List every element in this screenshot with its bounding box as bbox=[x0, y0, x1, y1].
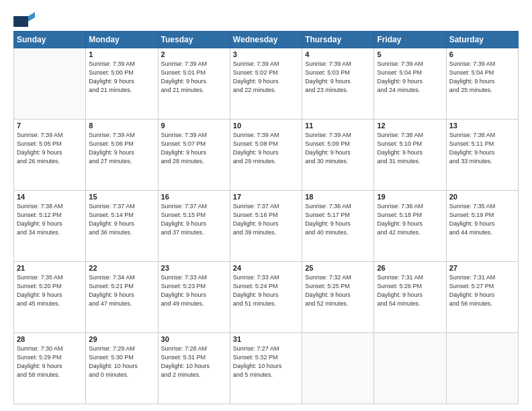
day-info: Sunrise: 7:31 AM Sunset: 5:27 PM Dayligh… bbox=[449, 273, 515, 308]
calendar-cell: 19Sunrise: 7:36 AM Sunset: 5:18 PM Dayli… bbox=[374, 191, 446, 262]
day-info: Sunrise: 7:37 AM Sunset: 5:16 PM Dayligh… bbox=[233, 202, 299, 237]
calendar-cell: 9Sunrise: 7:39 AM Sunset: 5:07 PM Daylig… bbox=[158, 120, 230, 191]
day-info: Sunrise: 7:27 AM Sunset: 5:32 PM Dayligh… bbox=[233, 345, 299, 379]
calendar-table: SundayMondayTuesdayWednesdayThursdayFrid… bbox=[13, 31, 519, 404]
calendar-header-thursday: Thursday bbox=[302, 32, 374, 48]
calendar-cell: 23Sunrise: 7:33 AM Sunset: 5:23 PM Dayli… bbox=[158, 262, 230, 333]
calendar-cell: 4Sunrise: 7:39 AM Sunset: 5:03 PM Daylig… bbox=[302, 48, 374, 120]
day-number: 21 bbox=[17, 264, 83, 272]
calendar-cell: 16Sunrise: 7:37 AM Sunset: 5:15 PM Dayli… bbox=[158, 191, 230, 262]
calendar-header-saturday: Saturday bbox=[446, 32, 518, 48]
day-number: 11 bbox=[305, 122, 371, 130]
day-number: 29 bbox=[89, 335, 154, 343]
day-number: 31 bbox=[233, 335, 299, 343]
calendar-cell: 25Sunrise: 7:32 AM Sunset: 5:25 PM Dayli… bbox=[302, 262, 374, 333]
calendar-week-1: 1Sunrise: 7:39 AM Sunset: 5:00 PM Daylig… bbox=[14, 48, 519, 120]
day-info: Sunrise: 7:31 AM Sunset: 5:26 PM Dayligh… bbox=[377, 273, 443, 308]
calendar-cell bbox=[302, 333, 374, 404]
logo bbox=[13, 12, 38, 27]
calendar-week-2: 7Sunrise: 7:39 AM Sunset: 5:05 PM Daylig… bbox=[14, 120, 519, 191]
calendar-cell: 28Sunrise: 7:30 AM Sunset: 5:29 PM Dayli… bbox=[14, 333, 86, 404]
day-number: 15 bbox=[89, 193, 154, 201]
day-number: 24 bbox=[233, 264, 299, 272]
day-info: Sunrise: 7:39 AM Sunset: 5:04 PM Dayligh… bbox=[377, 60, 443, 95]
day-info: Sunrise: 7:29 AM Sunset: 5:30 PM Dayligh… bbox=[89, 345, 154, 379]
calendar-week-3: 14Sunrise: 7:38 AM Sunset: 5:12 PM Dayli… bbox=[14, 191, 519, 262]
calendar-cell: 21Sunrise: 7:35 AM Sunset: 5:20 PM Dayli… bbox=[14, 262, 86, 333]
calendar-header-monday: Monday bbox=[86, 32, 158, 48]
page: SundayMondayTuesdayWednesdayThursdayFrid… bbox=[0, 0, 532, 411]
day-info: Sunrise: 7:37 AM Sunset: 5:15 PM Dayligh… bbox=[161, 202, 227, 237]
calendar-cell: 10Sunrise: 7:39 AM Sunset: 5:08 PM Dayli… bbox=[230, 120, 302, 191]
calendar-cell: 30Sunrise: 7:28 AM Sunset: 5:31 PM Dayli… bbox=[158, 333, 230, 404]
day-number: 17 bbox=[233, 193, 299, 201]
calendar-cell bbox=[14, 48, 86, 120]
calendar-cell: 14Sunrise: 7:38 AM Sunset: 5:12 PM Dayli… bbox=[14, 191, 86, 262]
calendar-cell: 22Sunrise: 7:34 AM Sunset: 5:21 PM Dayli… bbox=[86, 262, 158, 333]
day-number: 7 bbox=[17, 122, 83, 130]
day-number: 20 bbox=[449, 193, 515, 201]
calendar-header-row: SundayMondayTuesdayWednesdayThursdayFrid… bbox=[14, 32, 519, 48]
day-info: Sunrise: 7:39 AM Sunset: 5:04 PM Dayligh… bbox=[449, 60, 515, 95]
calendar-header-friday: Friday bbox=[374, 32, 446, 48]
calendar-cell: 7Sunrise: 7:39 AM Sunset: 5:05 PM Daylig… bbox=[14, 120, 86, 191]
svg-marker-1 bbox=[28, 12, 35, 21]
day-info: Sunrise: 7:32 AM Sunset: 5:25 PM Dayligh… bbox=[305, 273, 371, 308]
day-info: Sunrise: 7:37 AM Sunset: 5:14 PM Dayligh… bbox=[89, 202, 154, 237]
calendar-cell bbox=[374, 333, 446, 404]
calendar-header-tuesday: Tuesday bbox=[158, 32, 230, 48]
calendar-cell: 15Sunrise: 7:37 AM Sunset: 5:14 PM Dayli… bbox=[86, 191, 158, 262]
day-info: Sunrise: 7:39 AM Sunset: 5:01 PM Dayligh… bbox=[161, 60, 227, 95]
day-number: 6 bbox=[449, 50, 515, 58]
day-info: Sunrise: 7:39 AM Sunset: 5:03 PM Dayligh… bbox=[305, 60, 371, 95]
day-info: Sunrise: 7:28 AM Sunset: 5:31 PM Dayligh… bbox=[161, 345, 227, 379]
day-info: Sunrise: 7:39 AM Sunset: 5:02 PM Dayligh… bbox=[233, 60, 299, 95]
day-number: 19 bbox=[377, 193, 443, 201]
calendar-cell: 5Sunrise: 7:39 AM Sunset: 5:04 PM Daylig… bbox=[374, 48, 446, 120]
calendar-cell: 17Sunrise: 7:37 AM Sunset: 5:16 PM Dayli… bbox=[230, 191, 302, 262]
calendar-cell: 2Sunrise: 7:39 AM Sunset: 5:01 PM Daylig… bbox=[158, 48, 230, 120]
day-info: Sunrise: 7:39 AM Sunset: 5:05 PM Dayligh… bbox=[17, 131, 83, 166]
day-info: Sunrise: 7:39 AM Sunset: 5:09 PM Dayligh… bbox=[305, 131, 371, 166]
calendar-cell: 1Sunrise: 7:39 AM Sunset: 5:00 PM Daylig… bbox=[86, 48, 158, 120]
svg-rect-0 bbox=[13, 16, 28, 27]
day-info: Sunrise: 7:38 AM Sunset: 5:11 PM Dayligh… bbox=[449, 131, 515, 166]
day-number: 5 bbox=[377, 50, 443, 58]
calendar-cell: 12Sunrise: 7:38 AM Sunset: 5:10 PM Dayli… bbox=[374, 120, 446, 191]
calendar-cell bbox=[446, 333, 518, 404]
day-number: 16 bbox=[161, 193, 227, 201]
day-info: Sunrise: 7:33 AM Sunset: 5:23 PM Dayligh… bbox=[161, 273, 227, 308]
calendar-cell: 26Sunrise: 7:31 AM Sunset: 5:26 PM Dayli… bbox=[374, 262, 446, 333]
day-info: Sunrise: 7:39 AM Sunset: 5:08 PM Dayligh… bbox=[233, 131, 299, 166]
calendar-cell: 20Sunrise: 7:35 AM Sunset: 5:19 PM Dayli… bbox=[446, 191, 518, 262]
calendar-cell: 18Sunrise: 7:36 AM Sunset: 5:17 PM Dayli… bbox=[302, 191, 374, 262]
day-number: 14 bbox=[17, 193, 83, 201]
calendar-header-sunday: Sunday bbox=[14, 32, 86, 48]
day-info: Sunrise: 7:39 AM Sunset: 5:07 PM Dayligh… bbox=[161, 131, 227, 166]
day-number: 27 bbox=[449, 264, 515, 272]
day-info: Sunrise: 7:39 AM Sunset: 5:00 PM Dayligh… bbox=[89, 60, 154, 95]
day-number: 1 bbox=[89, 50, 154, 58]
day-number: 23 bbox=[161, 264, 227, 272]
day-number: 30 bbox=[161, 335, 227, 343]
logo-icon bbox=[13, 12, 35, 27]
day-info: Sunrise: 7:34 AM Sunset: 5:21 PM Dayligh… bbox=[89, 273, 154, 308]
day-number: 3 bbox=[233, 50, 299, 58]
day-info: Sunrise: 7:35 AM Sunset: 5:20 PM Dayligh… bbox=[17, 273, 83, 308]
calendar-cell: 3Sunrise: 7:39 AM Sunset: 5:02 PM Daylig… bbox=[230, 48, 302, 120]
day-info: Sunrise: 7:36 AM Sunset: 5:17 PM Dayligh… bbox=[305, 202, 371, 237]
day-number: 9 bbox=[161, 122, 227, 130]
day-number: 10 bbox=[233, 122, 299, 130]
header bbox=[13, 12, 519, 27]
day-info: Sunrise: 7:39 AM Sunset: 5:06 PM Dayligh… bbox=[89, 131, 154, 166]
day-number: 18 bbox=[305, 193, 371, 201]
day-info: Sunrise: 7:35 AM Sunset: 5:19 PM Dayligh… bbox=[449, 202, 515, 237]
calendar-cell: 27Sunrise: 7:31 AM Sunset: 5:27 PM Dayli… bbox=[446, 262, 518, 333]
day-info: Sunrise: 7:30 AM Sunset: 5:29 PM Dayligh… bbox=[17, 345, 83, 379]
day-number: 28 bbox=[17, 335, 83, 343]
day-info: Sunrise: 7:36 AM Sunset: 5:18 PM Dayligh… bbox=[377, 202, 443, 237]
day-number: 13 bbox=[449, 122, 515, 130]
day-number: 12 bbox=[377, 122, 443, 130]
day-number: 4 bbox=[305, 50, 371, 58]
day-number: 26 bbox=[377, 264, 443, 272]
